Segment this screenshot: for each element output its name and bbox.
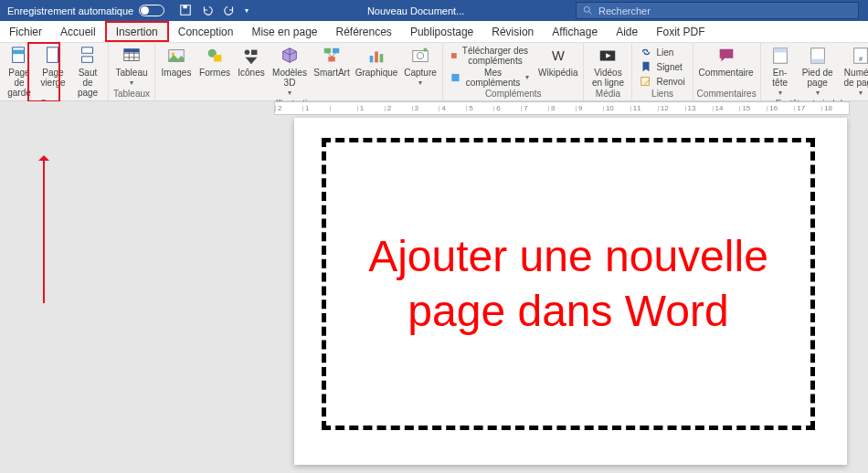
footer-button[interactable]: Pied de page▾ [799, 45, 836, 99]
link-button[interactable]: Lien [636, 45, 688, 59]
group-label-media: Média [587, 89, 628, 100]
screenshot-button[interactable]: Capture▾ [402, 45, 439, 89]
group-media: Vidéos en ligne Média [584, 43, 632, 100]
cover-page-label: Page de garde [5, 68, 33, 98]
tab-fichier[interactable]: Fichier [0, 21, 51, 42]
group-addins: Télécharger des compléments Mes compléme… [443, 43, 584, 100]
table-label: Tableau [115, 68, 147, 78]
icons-button[interactable]: Icônes [236, 45, 267, 79]
search-box[interactable]: Rechercher [576, 2, 859, 19]
svg-rect-27 [375, 51, 378, 62]
crossref-button[interactable]: Renvoi [636, 74, 688, 89]
annotation-arrow [43, 157, 45, 303]
blank-page-label: Page vierge [40, 68, 66, 88]
svg-rect-8 [82, 57, 93, 62]
tab-accueil[interactable]: Accueil [51, 21, 105, 42]
video-button[interactable]: Vidéos en ligne [587, 45, 628, 89]
svg-rect-18 [214, 55, 221, 61]
group-illustrations: Images Formes Icônes Modèles 3D▾ SmartAr… [155, 43, 443, 100]
svg-text:W: W [552, 48, 565, 63]
tab-insertion[interactable]: Insertion [105, 21, 169, 42]
horizontal-ruler: 21123456789101112131415161718 [274, 101, 850, 115]
images-button[interactable]: Images [159, 45, 194, 79]
tab-publipostage[interactable]: Publipostage [401, 21, 482, 42]
page-break-button[interactable]: Saut de page [71, 45, 104, 99]
comment-button[interactable]: Commentaire [697, 45, 756, 79]
tab-affichage[interactable]: Affichage [543, 21, 607, 42]
shapes-button[interactable]: Formes [197, 45, 232, 79]
models3d-button[interactable]: Modèles 3D▾ [270, 45, 309, 99]
tab-revision[interactable]: Révision [482, 21, 543, 42]
text-box-content: Ajouter une nouvelle page dans Word [326, 229, 810, 339]
document-canvas: 21123456789101112131415161718 Ajouter un… [0, 101, 868, 473]
group-tables: Tableau ▾ Tableaux [109, 43, 155, 100]
page-break-label: Saut de page [73, 68, 102, 98]
group-label-tables: Tableaux [112, 89, 151, 100]
svg-rect-38 [773, 48, 787, 53]
ribbon: Page de garde Page vierge Saut de page P… [0, 43, 868, 101]
document-title: Nouveau Document... [256, 5, 576, 16]
svg-rect-28 [380, 54, 384, 62]
svg-rect-4 [13, 47, 25, 63]
svg-point-16 [172, 52, 175, 56]
wikipedia-button[interactable]: WWikipédia [536, 45, 579, 79]
undo-icon[interactable] [201, 4, 214, 18]
svg-rect-32 [451, 53, 457, 58]
svg-rect-26 [370, 56, 374, 62]
quick-access-toolbar: ▾ [172, 4, 256, 18]
save-icon[interactable] [179, 4, 192, 18]
text-box[interactable]: Ajouter une nouvelle page dans Word [322, 138, 815, 430]
cover-page-button[interactable]: Page de garde [4, 45, 35, 99]
autosave-label: Enregistrement automatique [7, 5, 133, 16]
svg-rect-7 [82, 47, 93, 53]
tab-conception[interactable]: Conception [169, 21, 243, 42]
tab-aide[interactable]: Aide [607, 21, 647, 42]
chevron-down-icon: ▾ [130, 79, 133, 88]
svg-rect-23 [328, 57, 334, 61]
svg-rect-5 [13, 50, 25, 55]
svg-rect-21 [324, 48, 331, 54]
tab-foxit-pdf[interactable]: Foxit PDF [647, 21, 714, 42]
document-page[interactable]: Ajouter une nouvelle page dans Word [294, 118, 847, 465]
smartart-button[interactable]: SmartArt [312, 45, 351, 79]
autosave-toggle[interactable]: Enregistrement automatique [0, 5, 172, 16]
group-header-footer: En-tête▾ Pied de page▾ #Numéro de page▾ … [761, 43, 868, 100]
group-links: Lien Signet Renvoi Liens [632, 43, 693, 100]
svg-rect-1 [184, 5, 187, 8]
svg-rect-20 [251, 50, 257, 56]
page-number-button[interactable]: #Numéro de page▾ [840, 45, 868, 99]
bookmark-button[interactable]: Signet [636, 59, 688, 74]
title-bar: Enregistrement automatique ▾ Nouveau Doc… [0, 0, 868, 21]
group-comments: Commentaire Commentaires [693, 43, 761, 100]
tab-references[interactable]: Références [327, 21, 401, 42]
group-pages: Page de garde Page vierge Saut de page P… [0, 43, 109, 100]
toggle-icon [139, 5, 164, 16]
svg-line-3 [589, 11, 592, 14]
svg-rect-22 [333, 48, 339, 54]
blank-page-button[interactable]: Page vierge [38, 45, 68, 89]
get-addins-button[interactable]: Télécharger des compléments [447, 45, 533, 67]
svg-line-24 [327, 53, 332, 57]
header-button[interactable]: En-tête▾ [765, 45, 796, 99]
ribbon-tabs: Fichier Accueil Insertion Conception Mis… [0, 21, 868, 43]
qat-dropdown-icon[interactable]: ▾ [245, 6, 249, 15]
tab-mise-en-page[interactable]: Mise en page [242, 21, 326, 42]
search-icon [582, 5, 593, 17]
redo-icon[interactable] [223, 4, 236, 18]
group-label-comments: Commentaires [697, 89, 757, 100]
svg-rect-14 [124, 49, 140, 53]
group-label-addins: Compléments [447, 89, 579, 100]
my-addins-button[interactable]: Mes compléments▾ [447, 67, 533, 89]
svg-point-2 [584, 6, 589, 12]
svg-line-25 [332, 53, 336, 57]
svg-point-19 [245, 50, 250, 56]
svg-rect-33 [451, 74, 459, 81]
chart-button[interactable]: Graphique [355, 45, 398, 79]
svg-rect-40 [810, 59, 824, 64]
group-label-links: Liens [636, 89, 688, 100]
table-button[interactable]: Tableau ▾ [112, 45, 151, 89]
svg-rect-31 [424, 48, 428, 52]
svg-rect-6 [48, 47, 58, 63]
search-placeholder: Rechercher [598, 5, 651, 16]
